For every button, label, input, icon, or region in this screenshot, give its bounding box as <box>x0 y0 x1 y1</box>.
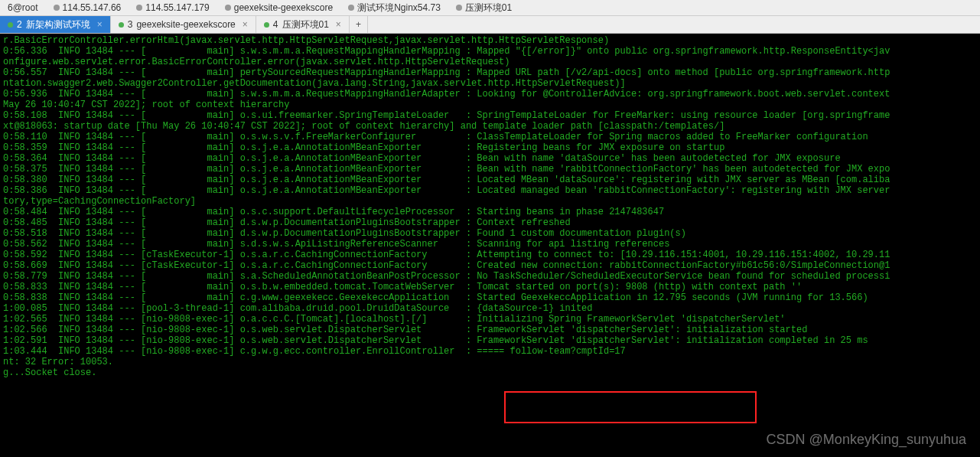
status-dot-icon <box>348 5 354 11</box>
connection-tab[interactable]: 114.55.147.66 <box>46 1 129 15</box>
status-dot-icon <box>119 22 124 28</box>
tab-label: geexeksite-geexekscore <box>136 19 235 30</box>
log-line: 1:02.566 INFO 13484 --- [nio-9808-exec-1… <box>3 325 977 335</box>
log-line: nt: 32 Error: 10053. <box>3 357 977 367</box>
status-dot-icon <box>264 22 269 28</box>
log-line: 0:58.518 INFO 13484 --- [ main] d.s.w.p.… <box>3 228 977 239</box>
status-dot-icon <box>54 5 60 11</box>
connection-tab[interactable]: 114.55.147.179 <box>129 1 217 15</box>
log-line: 0:58.779 INFO 13484 --- [ main] s.a.Sche… <box>3 271 977 282</box>
log-line: 0:56.936 INFO 13484 --- [ main] s.w.s.m.… <box>3 89 977 100</box>
close-icon[interactable]: × <box>243 19 248 30</box>
log-line: 1:00.085 INFO 13484 --- [pool-3-thread-1… <box>3 303 977 314</box>
tab-label: 压测环境01 <box>282 18 329 31</box>
log-line: 0:58.669 INFO 13484 --- [cTaskExecutor-1… <box>3 260 977 271</box>
log-line: 0:58.562 INFO 13484 --- [ main] s.d.s.w.… <box>3 239 977 250</box>
log-line: ntation.swagger2.web.Swagger2Controller.… <box>3 78 977 89</box>
tab-index: 2 <box>17 19 22 30</box>
log-line: 0:58.375 INFO 13484 --- [ main] o.s.j.e.… <box>3 164 977 175</box>
session-tab-active[interactable]: 2 新架构测试环境 × <box>0 16 111 33</box>
log-line: 0:58.380 INFO 13484 --- [ main] o.s.j.e.… <box>3 175 977 185</box>
log-line: onfigure.web.servlet.error.BasicErrorCon… <box>3 57 977 67</box>
log-line: xt@818063: startup date [Thu May 26 10:4… <box>3 121 977 132</box>
log-line: 0:58.484 INFO 13484 --- [ main] o.s.c.su… <box>3 207 977 217</box>
log-line: 0:56.557 INFO 13484 --- [ main] pertySou… <box>3 67 977 78</box>
session-tabs: 2 新架构测试环境 × 3 geexeksite-geexekscore × 4… <box>0 16 980 34</box>
tab-label: 新架构测试环境 <box>26 18 90 31</box>
terminal-output[interactable]: r.BasicErrorController.errorHtml(javax.s… <box>0 34 980 457</box>
add-tab-button[interactable]: + <box>350 16 368 33</box>
status-dot-icon <box>456 5 462 11</box>
log-line: 1:03.444 INFO 13484 --- [nio-9808-exec-1… <box>3 346 977 357</box>
connection-tab[interactable]: 6@root <box>0 1 46 15</box>
connection-tab[interactable]: geexeksite-geexekscore <box>217 1 340 15</box>
log-line: May 26 10:40:47 CST 2022]; root of conte… <box>3 100 977 110</box>
connection-tab[interactable]: 压测环境01 <box>448 0 519 16</box>
log-line: g...Socket close. <box>3 367 977 378</box>
log-line: r.BasicErrorController.errorHtml(javax.s… <box>3 35 977 46</box>
log-line: 1:02.565 INFO 13484 --- [nio-9808-exec-1… <box>3 314 977 325</box>
session-tab[interactable]: 3 geexeksite-geexekscore × <box>111 16 256 33</box>
status-dot-icon <box>225 5 231 11</box>
log-line: tory,type=CachingConnectionFactory] <box>3 196 977 207</box>
close-icon[interactable]: × <box>97 19 103 30</box>
status-dot-icon <box>8 22 13 28</box>
log-line: 0:58.359 INFO 13484 --- [ main] o.s.j.e.… <box>3 142 977 153</box>
tab-index: 4 <box>273 19 278 30</box>
log-line: 0:58.833 INFO 13484 --- [ main] o.s.b.w.… <box>3 282 977 292</box>
log-line: 0:58.108 INFO 13484 --- [ main] o.s.ui.f… <box>3 110 977 121</box>
log-line: 0:58.110 INFO 13484 --- [ main] o.s.w.s.… <box>3 132 977 142</box>
status-dot-icon <box>136 5 142 11</box>
log-line: 0:56.336 INFO 13484 --- [ main] s.w.s.m.… <box>3 46 977 57</box>
log-line: 0:58.386 INFO 13484 --- [ main] o.s.j.e.… <box>3 185 977 196</box>
log-line: 0:58.364 INFO 13484 --- [ main] o.s.j.e.… <box>3 153 977 164</box>
tab-index: 3 <box>128 19 133 30</box>
connection-tab[interactable]: 测试环境Nginx54.73 <box>340 0 448 16</box>
session-tab[interactable]: 4 压测环境01 × <box>256 16 350 33</box>
close-icon[interactable]: × <box>336 19 341 30</box>
log-line: 1:02.591 INFO 13484 --- [nio-9808-exec-1… <box>3 335 977 346</box>
connection-tabs: 6@root 114.55.147.66 114.55.147.179 geex… <box>0 0 980 16</box>
log-line: 0:58.485 INFO 13484 --- [ main] d.s.w.p.… <box>3 217 977 228</box>
log-line: 0:58.592 INFO 13484 --- [cTaskExecutor-1… <box>3 250 977 260</box>
log-line: 0:58.838 INFO 13484 --- [ main] c.g.www.… <box>3 292 977 303</box>
